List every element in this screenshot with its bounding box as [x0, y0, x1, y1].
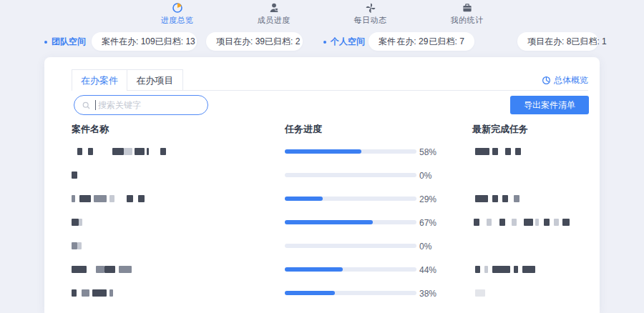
progress-bar	[285, 149, 416, 154]
redacted-text-block	[544, 219, 550, 226]
redacted-text-block	[487, 219, 492, 226]
search-input[interactable]	[97, 99, 200, 111]
case-name-cell	[72, 258, 279, 282]
pill-category: 案件	[102, 36, 119, 48]
redacted-text-block	[72, 289, 77, 297]
progress-percent: 29%	[419, 194, 436, 204]
nav-label: 进度总览	[161, 15, 194, 26]
nav-item-progress-overview[interactable]: 进度总览	[129, 0, 225, 27]
nav-item-daily-updates[interactable]: 每日动态	[322, 0, 419, 27]
personal-space-link[interactable]: 个人空间	[323, 36, 365, 48]
stat-value: 1	[602, 36, 607, 46]
nav-item-member-progress[interactable]: 成员进度	[225, 0, 322, 27]
progress-percent: 58%	[419, 147, 436, 157]
redacted-text-block	[72, 172, 77, 179]
stat-key: 已归档:	[265, 36, 293, 46]
progress-bar-fill	[285, 291, 335, 295]
table-row[interactable]: 29%	[72, 187, 588, 211]
case-name-cell	[72, 234, 279, 258]
latest-task-cell	[472, 140, 588, 164]
stat-value: 39	[255, 36, 265, 46]
redacted-text-block	[77, 148, 82, 155]
progress-bar	[285, 173, 416, 177]
pie-chart-icon	[172, 2, 183, 14]
latest-task-cell	[472, 234, 588, 258]
latest-task-cell	[472, 164, 588, 187]
progress-bar	[285, 244, 416, 248]
pill-category: 案件	[379, 36, 396, 48]
overall-overview-link[interactable]: 总体概览	[542, 74, 588, 86]
progress-bar	[285, 197, 416, 201]
table-row[interactable]: 0%	[72, 234, 588, 258]
latest-task-cell	[472, 187, 588, 211]
latest-task-cell	[472, 282, 588, 305]
table-row[interactable]: 67%	[72, 211, 588, 234]
stat-key: 在办:	[396, 36, 416, 46]
redacted-text-block	[138, 195, 145, 202]
latest-task-cell	[472, 211, 588, 234]
redacted-text-block	[104, 266, 115, 273]
redacted-text-block	[77, 242, 82, 249]
redacted-text-block	[127, 195, 133, 202]
progress-bar	[285, 220, 416, 224]
table-row[interactable]: 58%	[72, 140, 588, 164]
tab-label: 在办案件	[81, 75, 118, 86]
stat-value: 2	[296, 36, 301, 46]
latest-task-cell	[472, 258, 588, 282]
redacted-text-block	[92, 289, 107, 297]
case-name-cell	[72, 164, 279, 187]
redacted-text-block	[562, 219, 570, 226]
progress-percent: 67%	[419, 218, 436, 228]
blue-dot-icon	[44, 41, 47, 44]
blue-dot-icon	[323, 41, 326, 44]
case-name-cell	[72, 140, 279, 164]
stat-key: 已归档:	[155, 36, 183, 46]
table-row[interactable]: 0%	[72, 164, 588, 187]
progress-percent: 0%	[419, 171, 431, 181]
redacted-text-block	[474, 219, 479, 226]
redacted-text-block	[72, 266, 87, 273]
nav-label: 每日动态	[354, 15, 387, 26]
team-space-link[interactable]: 团队空间	[44, 36, 86, 48]
stat-value: 13	[185, 36, 195, 46]
text-caret	[95, 100, 96, 110]
search-icon	[82, 101, 91, 110]
redacted-text-block	[514, 195, 519, 202]
case-name-cell	[72, 282, 279, 305]
export-case-list-button[interactable]: 导出案件清单	[510, 96, 589, 114]
tab-active-projects[interactable]: 在办项目	[127, 69, 183, 90]
stat-key: 已归档:	[571, 36, 599, 46]
redacted-text-block	[522, 266, 535, 273]
nav-label: 我的统计	[451, 15, 484, 26]
table-row[interactable]: 44%	[72, 258, 588, 282]
nav-item-my-statistics[interactable]: 我的统计	[419, 0, 515, 27]
redacted-text-block	[147, 148, 149, 155]
stat-pill-personal-cases: 案件 在办: 29 已归档: 7	[369, 32, 474, 51]
redacted-text-block	[502, 195, 508, 202]
progress-bar-fill	[285, 267, 343, 272]
redacted-text-block	[514, 266, 518, 273]
overview-link-label: 总体概览	[554, 74, 588, 86]
redacted-text-block	[88, 148, 93, 155]
redacted-text-block	[505, 148, 511, 155]
pill-category: 项目	[527, 36, 545, 48]
search-box[interactable]	[74, 95, 208, 115]
briefcase-icon	[462, 2, 473, 14]
redacted-text-block	[72, 242, 77, 249]
redacted-text-block	[554, 219, 559, 226]
stat-key: 在办:	[119, 36, 138, 46]
progress-bar-fill	[285, 197, 323, 201]
stat-pill-team-cases: 案件 在办: 109 已归档: 13	[92, 32, 197, 51]
table-row[interactable]: 38%	[72, 282, 588, 305]
redacted-text-block	[499, 219, 505, 226]
redacted-text-block	[475, 195, 488, 202]
personal-space-label: 个人空间	[331, 36, 365, 48]
progress-percent: 38%	[419, 289, 436, 299]
table-rows: 58%0%29%67%0%44%38%	[72, 140, 588, 305]
redacted-text-block	[72, 219, 79, 226]
progress-bar	[285, 267, 416, 272]
stat-key: 在办:	[545, 36, 564, 46]
tab-active-cases[interactable]: 在办案件	[72, 69, 127, 90]
redacted-text-block	[484, 266, 488, 273]
stat-pill-team-projects: 项目 在办: 39 已归档: 2	[206, 32, 303, 51]
